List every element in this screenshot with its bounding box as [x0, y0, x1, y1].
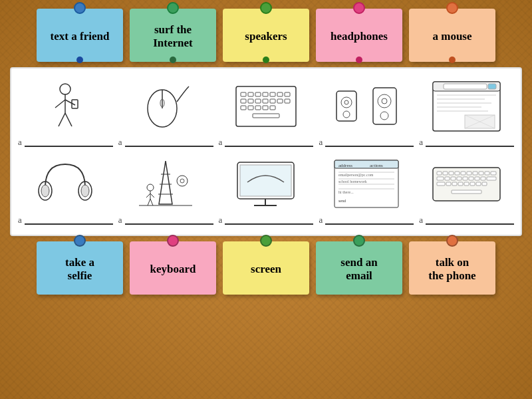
svg-point-67	[180, 179, 184, 183]
bottom-notes-row: take aselfie keyboard screen send anemai…	[3, 239, 529, 300]
svg-text:address: address	[338, 163, 352, 168]
svg-rect-95	[437, 177, 444, 180]
svg-rect-101	[475, 177, 479, 180]
svg-point-60	[147, 184, 154, 191]
svg-rect-29	[270, 106, 275, 110]
svg-rect-90	[467, 172, 471, 175]
svg-rect-106	[452, 182, 457, 186]
keyboard-top-svg	[233, 83, 299, 130]
svg-rect-110	[476, 182, 481, 186]
answer-6	[18, 215, 113, 225]
svg-rect-98	[457, 177, 462, 180]
svg-rect-41	[444, 84, 487, 89]
cell-person	[17, 75, 114, 150]
pin-bottom-4	[356, 238, 362, 245]
svg-marker-55	[159, 161, 172, 204]
svg-text:actions: actions	[370, 163, 383, 168]
svg-rect-20	[255, 99, 261, 103]
svg-rect-28	[263, 106, 268, 110]
svg-rect-103	[487, 177, 496, 180]
svg-rect-16	[277, 92, 283, 96]
cell-mouse	[117, 75, 215, 150]
svg-rect-17	[285, 92, 290, 96]
cell-screen	[217, 153, 315, 228]
screen-svg	[234, 159, 297, 209]
answer-7	[118, 215, 213, 225]
svg-rect-15	[270, 92, 275, 96]
svg-point-0	[60, 84, 70, 94]
note-screen[interactable]: screen	[223, 241, 309, 295]
image-paris	[126, 156, 205, 212]
svg-rect-111	[482, 182, 487, 186]
note-take-selfie[interactable]: take aselfie	[37, 241, 123, 295]
answer-2	[118, 137, 213, 148]
svg-line-5	[59, 113, 65, 126]
svg-rect-88	[455, 172, 460, 175]
image-headphones	[25, 156, 105, 212]
svg-point-37	[382, 98, 387, 104]
svg-line-2	[55, 100, 65, 108]
headphones-svg	[35, 158, 95, 211]
image-browser	[427, 78, 507, 134]
svg-rect-89	[461, 172, 466, 175]
top-notes-row: text a friend surf theInternet speakers …	[3, 3, 529, 65]
svg-rect-112	[452, 190, 481, 194]
svg-point-54	[81, 185, 89, 197]
pin-bottom-2	[170, 238, 176, 245]
browser-svg	[432, 80, 501, 132]
svg-rect-42	[488, 84, 496, 89]
svg-rect-100	[469, 177, 473, 180]
svg-rect-92	[479, 172, 483, 175]
svg-rect-24	[285, 99, 290, 103]
svg-rect-108	[464, 182, 469, 186]
svg-rect-13	[255, 92, 261, 96]
email-svg: address actions emailperson@pc.com schoo…	[333, 159, 400, 209]
svg-rect-105	[446, 182, 451, 186]
note-surf-internet[interactable]: surf theInternet	[130, 9, 216, 62]
answer-9	[319, 215, 414, 225]
image-keyboard-top	[226, 78, 306, 134]
image-screen	[226, 156, 306, 212]
pin-top-2	[170, 57, 176, 63]
note-a-mouse[interactable]: a mouse	[409, 9, 495, 62]
svg-rect-14	[263, 92, 268, 96]
note-speakers[interactable]: speakers	[223, 9, 309, 62]
svg-rect-107	[458, 182, 463, 186]
pin-top-5	[449, 57, 456, 63]
speakers-svg	[333, 81, 400, 131]
answer-1	[18, 137, 113, 148]
svg-text:school homework: school homework	[338, 180, 367, 184]
answer-4	[319, 137, 414, 148]
image-grid: address actions emailperson@pc.com schoo…	[17, 75, 515, 228]
image-person	[25, 78, 105, 134]
svg-rect-86	[443, 172, 448, 175]
svg-point-36	[378, 94, 391, 108]
svg-text:send: send	[338, 199, 346, 203]
note-talk-phone[interactable]: talk onthe phone	[409, 241, 495, 295]
svg-rect-96	[445, 177, 450, 180]
note-send-email[interactable]: send anemail	[316, 241, 402, 295]
answer-3	[219, 137, 314, 148]
svg-rect-109	[470, 182, 475, 186]
svg-rect-30	[253, 114, 279, 118]
svg-rect-27	[255, 106, 261, 110]
note-keyboard[interactable]: keyboard	[130, 241, 216, 295]
svg-text:emailperson@pc.com: emailperson@pc.com	[338, 173, 374, 177]
svg-point-52	[41, 185, 49, 197]
svg-rect-97	[451, 177, 456, 180]
svg-rect-21	[263, 99, 268, 103]
svg-rect-31	[336, 91, 356, 121]
whiteboard: address actions emailperson@pc.com schoo…	[10, 67, 522, 236]
svg-line-65	[150, 199, 153, 205]
cell-keyboard-top	[217, 75, 315, 150]
mouse-svg	[136, 83, 196, 130]
note-text-friend[interactable]: text a friend	[37, 9, 123, 62]
cell-paris	[117, 153, 215, 228]
cell-browser	[418, 75, 515, 150]
cell-speakers	[317, 75, 415, 150]
keyboard2-svg	[432, 164, 501, 204]
svg-rect-22	[270, 99, 275, 103]
svg-line-63	[150, 194, 154, 198]
note-headphones[interactable]: headphones	[316, 9, 402, 62]
svg-rect-23	[277, 99, 283, 103]
